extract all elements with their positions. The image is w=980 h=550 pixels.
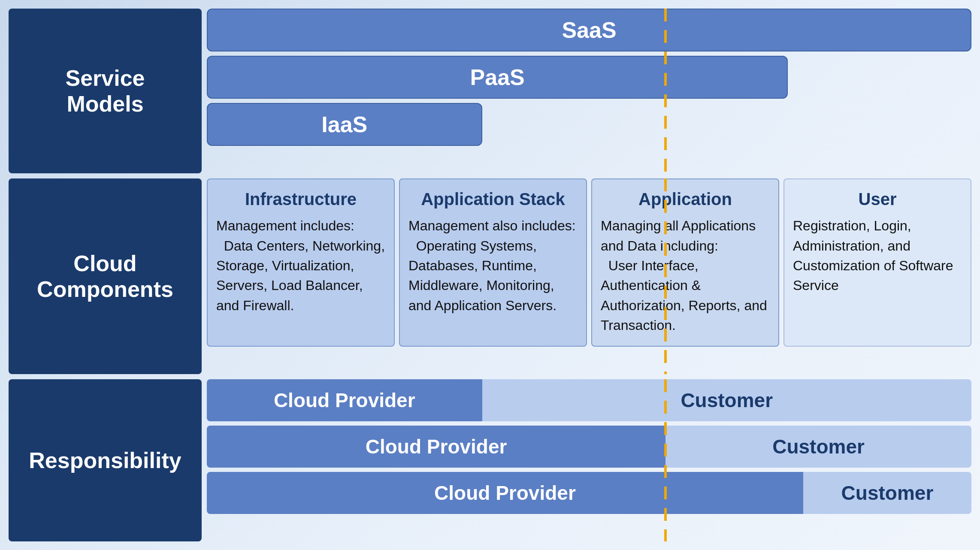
infrastructure-box: Infrastructure Management includes: Data…	[207, 178, 395, 346]
main-grid: Service Models SaaS PaaS IaaS Cloud Comp…	[0, 0, 980, 550]
service-models-right: SaaS PaaS IaaS	[207, 9, 971, 173]
cloud-components-right: Infrastructure Management includes: Data…	[207, 178, 971, 374]
components-grid: Infrastructure Management includes: Data…	[207, 178, 971, 346]
app-stack-box: Application Stack Management also includ…	[399, 178, 587, 346]
resp-provider-saas: Cloud Provider	[207, 472, 803, 514]
saas-bar: SaaS	[207, 9, 971, 51]
responsibility-right: Cloud Provider Customer Cloud Provider C…	[207, 379, 971, 541]
resp-customer-paas: Customer	[665, 426, 971, 468]
resp-customer-saas: Customer	[803, 472, 971, 514]
resp-row-saas: Cloud Provider Customer	[207, 472, 971, 514]
iaas-bar: IaaS	[207, 103, 482, 146]
paas-bar: PaaS	[207, 56, 788, 99]
resp-customer-iaas: Customer	[482, 379, 971, 421]
dashed-divider-line-2	[664, 178, 667, 374]
resp-provider-iaas: Cloud Provider	[207, 379, 482, 421]
user-box: User Registration, Login, Administration…	[783, 178, 971, 346]
cloud-components-label: Cloud Components	[9, 178, 202, 374]
service-models-label: Service Models	[9, 9, 202, 173]
resp-row-iaas: Cloud Provider Customer	[207, 379, 971, 421]
application-box: Application Managing all Applications an…	[591, 178, 779, 346]
resp-provider-paas: Cloud Provider	[207, 426, 665, 468]
dashed-divider-line	[664, 9, 667, 173]
dashed-divider-line-3	[664, 379, 667, 541]
resp-row-paas: Cloud Provider Customer	[207, 426, 971, 468]
responsibility-label: Responsibility	[9, 379, 202, 541]
